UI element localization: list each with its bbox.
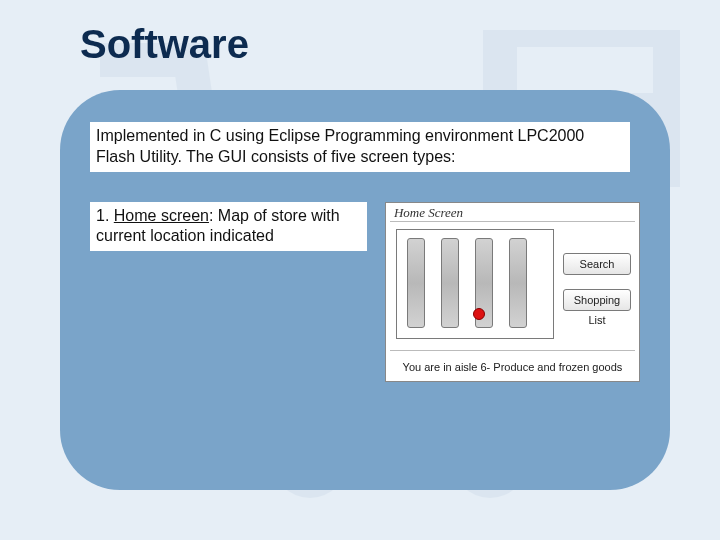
bullet-1-prefix: 1.: [96, 207, 114, 224]
aisle-bar: [509, 238, 527, 328]
mockup-home-screen: Home Screen Search Shopping List You are…: [385, 202, 640, 382]
divider: [390, 350, 635, 351]
intro-text: Implemented in C using Eclipse Programmi…: [90, 122, 630, 172]
status-text: You are in aisle 6- Produce and frozen g…: [386, 361, 639, 373]
store-map: [396, 229, 554, 339]
divider: [390, 221, 635, 222]
aisle-bar: [407, 238, 425, 328]
search-button[interactable]: Search: [563, 253, 631, 275]
page-title: Software: [80, 22, 249, 67]
shopping-list-button[interactable]: Shopping List: [563, 289, 631, 311]
mockup-header: Home Screen: [394, 205, 463, 221]
point-row: 1. Home screen: Map of store with curren…: [90, 202, 640, 382]
bullet-1-name: Home screen: [114, 207, 209, 224]
bullet-1-text: 1. Home screen: Map of store with curren…: [90, 202, 367, 252]
aisle-bar: [441, 238, 459, 328]
location-dot-icon: [473, 308, 485, 320]
content-bubble: Implemented in C using Eclipse Programmi…: [60, 90, 670, 490]
